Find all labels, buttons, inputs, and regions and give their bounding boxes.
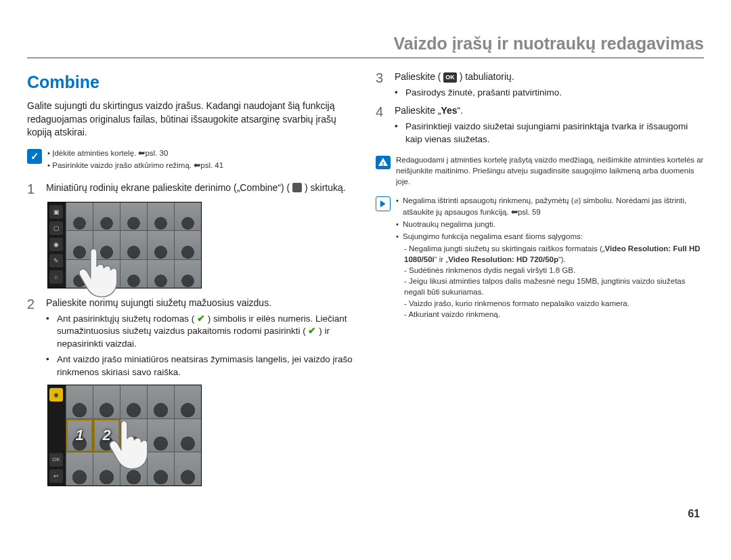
info-body: •Negalima ištrinti apsaugotų rinkmenų, p… [396, 195, 704, 320]
yes-label: Yes [441, 105, 457, 116]
thumbnail[interactable] [148, 452, 174, 486]
step-number: 4 [376, 104, 388, 146]
pointing-hand-icon [104, 418, 151, 472]
chapter-title: Vaizdo įrašų ir nuotraukų redagavimas [27, 34, 704, 58]
right-column: 3 Palieskite ( OK ) tabuliatorių. • Pasi… [376, 70, 704, 494]
thumbnail[interactable] [120, 260, 147, 288]
step-body: Palieskite ( OK ) tabuliatorių. • Pasiro… [395, 70, 704, 99]
step-sub-bullet: • Ant pasirinktųjų siužetų rodomas ( ✔ )… [46, 313, 355, 351]
step-1: 1 Miniatiūrų rodinių ekrane palieskite d… [27, 181, 355, 196]
ok-icon: OK [443, 72, 457, 83]
thumbnail[interactable] [120, 231, 147, 259]
step-sub-bullet: • Pasirodys žinutė, prašanti patvirtinim… [395, 87, 704, 100]
info-note: •Negalima ištrinti apsaugotų rinkmenų, p… [376, 195, 704, 320]
info-item: •Negalima ištrinti apsaugotų rinkmenų, p… [396, 195, 704, 217]
info-item: •Nuotraukų negalima jungti. [396, 219, 704, 230]
precheck-list: • Įdėkite atminties kortelę. ➥psl. 30 • … [47, 148, 223, 172]
step-body: Miniatiūrų rodinių ekrane palieskite der… [46, 181, 355, 196]
side-button[interactable]: ⌂ [49, 270, 63, 284]
thumbnail[interactable] [175, 260, 201, 288]
thumbnail[interactable] [93, 202, 120, 230]
section-title: Combine [27, 70, 355, 94]
pointing-hand-icon [73, 246, 120, 300]
check-icon: ✔ [197, 313, 205, 326]
precheck-item: • Pasirinkite vaizdo įrašo atkūrimo reži… [47, 160, 223, 171]
caution-note: Redaguodami į atminties kortelę įrašytą … [376, 154, 704, 187]
page-number: 61 [27, 508, 704, 520]
thumbnail[interactable] [120, 202, 147, 230]
caution-text: Redaguodami į atminties kortelę įrašytą … [396, 154, 704, 187]
precheck-box: ✓ • Įdėkite atminties kortelę. ➥psl. 30 … [27, 148, 355, 172]
step-number: 1 [27, 181, 39, 196]
side-button[interactable]: ▣ [49, 205, 63, 219]
combine-tab-icon [292, 183, 302, 192]
side-button[interactable]: ✎ [49, 254, 63, 267]
step-number: 3 [376, 70, 388, 99]
side-button[interactable]: ▢ [49, 221, 63, 235]
info-dash-list: Negalima jungti siužetų su skirtingais r… [396, 243, 704, 320]
side-button[interactable]: ◉ [49, 238, 63, 251]
dash-item: Atkuriant vaizdo rinkmeną. [404, 309, 704, 320]
back-button[interactable]: ↩ [49, 469, 63, 483]
dash-item: Negalima jungti siužetų su skirtingais r… [404, 243, 704, 265]
thumbnail[interactable] [66, 452, 93, 486]
thumbnail[interactable] [120, 385, 147, 418]
thumbnail[interactable] [175, 202, 201, 230]
check-icon: ✔ [308, 325, 316, 338]
checkbox-icon: ✓ [27, 149, 42, 164]
step-2: 2 Palieskite norimų sujungti siužetų maž… [27, 297, 355, 379]
intro-paragraph: Galite sujungti du skirtingus vaizdo įra… [27, 100, 355, 139]
thumbnail[interactable] [148, 260, 174, 288]
two-column-layout: Combine Galite sujungti du skirtingus va… [27, 70, 704, 494]
step-sub-bullet: • Ant vaizdo įrašo miniatiūros neatsiras… [46, 353, 355, 379]
side-button-active[interactable]: ◉ [49, 388, 63, 402]
info-icon [376, 196, 391, 211]
thumbnail[interactable] [148, 385, 174, 418]
caution-icon [376, 156, 391, 169]
step-3: 3 Palieskite ( OK ) tabuliatorių. • Pasi… [376, 70, 704, 99]
left-column: Combine Galite sujungti du skirtingus va… [27, 70, 355, 494]
thumbnail[interactable] [66, 385, 93, 418]
thumbnail[interactable] [148, 231, 174, 259]
thumbnail[interactable] [148, 419, 174, 452]
thumbnail[interactable] [175, 231, 201, 259]
selection-number: 1 [66, 419, 93, 452]
precheck-item: • Įdėkite atminties kortelę. ➥psl. 30 [47, 148, 223, 158]
thumbnail[interactable] [175, 419, 201, 452]
dash-item: Vaizdo įrašo, kurio rinkmenos formato ne… [404, 298, 704, 309]
dash-item: Sudėtinės rinkmenos dydis negali viršyti… [404, 265, 704, 276]
thumbnail-grid: 1 2 [66, 385, 201, 486]
thumbnail[interactable] [175, 452, 201, 486]
thumbnail[interactable] [148, 202, 174, 230]
lock-icon: ⌀ [574, 196, 579, 206]
thumbnail[interactable] [66, 202, 93, 230]
ui-screenshot-selected: ◉ OK ↩ 1 2 [47, 385, 202, 486]
page: Vaizdo įrašų ir nuotraukų redagavimas Co… [0, 0, 731, 534]
step-body: Palieskite norimų sujungti siužetų mažuo… [46, 297, 355, 379]
step-4: 4 Palieskite „Yes“. • Pasirinktieji vaiz… [376, 104, 704, 146]
step-number: 2 [27, 297, 39, 379]
thumbnail[interactable] [175, 385, 201, 418]
step-sub-bullet: • Pasirinktieji vaizdo siužetai sujungia… [395, 121, 704, 146]
step-body: Palieskite „Yes“. • Pasirinktieji vaizdo… [395, 104, 704, 146]
thumbnail[interactable] [93, 385, 120, 418]
ui-screenshot-thumbnails: ▣ ▢ ◉ ✎ ⌂ [47, 202, 202, 288]
thumbnail-grid [66, 202, 201, 288]
info-item: •Sujungimo funkcija negalima esant šioms… [396, 231, 704, 242]
side-toolbar: ▣ ▢ ◉ ✎ ⌂ [48, 202, 66, 288]
thumbnail-selected[interactable]: 1 [66, 419, 93, 452]
ok-button[interactable]: OK [49, 453, 63, 467]
dash-item: Jeigu likusi atminties talpos dalis maže… [404, 276, 704, 297]
side-toolbar: ◉ OK ↩ [48, 385, 66, 486]
